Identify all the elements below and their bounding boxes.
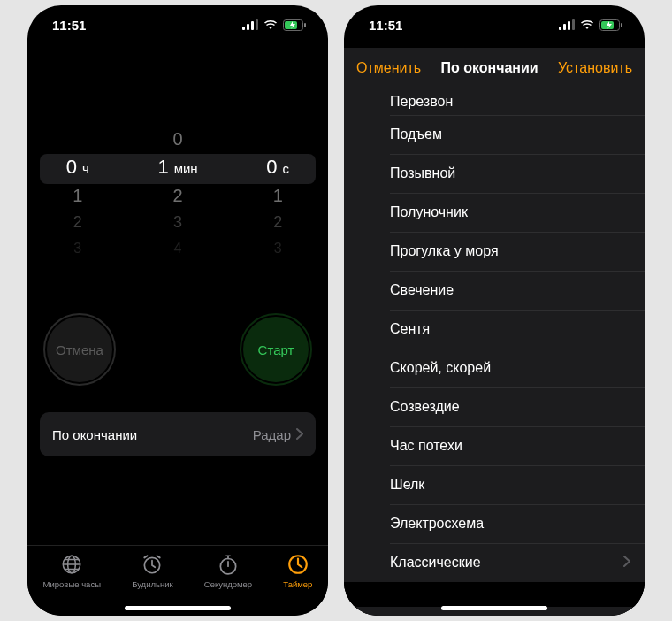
sound-option[interactable]: Позывной [344,154,645,193]
phone-sound-picker: 11:51 Отменить По окончании Установить П… [344,5,645,616]
sound-option[interactable]: Сентя [344,310,645,349]
duration-picker[interactable]: 0ч 1 2 3 0 1мин 2 3 4 0с 1 2 3 [27,124,328,265]
tab-world-clock[interactable]: Мировые часы [43,553,101,589]
picker-minutes[interactable]: 0 1мин 2 3 4 [127,124,227,265]
battery-icon [283,19,307,31]
sound-option[interactable]: Шелк [344,465,645,504]
sound-option[interactable]: Свечение [344,271,645,310]
alarm-icon [141,553,164,576]
timer-icon [286,553,309,576]
sound-option[interactable]: Электросхема [344,504,645,543]
tab-alarm[interactable]: Будильник [132,553,173,589]
tab-timer[interactable]: Таймер [283,553,312,589]
svg-rect-12 [559,27,561,30]
sound-option[interactable]: Прогулка у моря [344,232,645,271]
tab-bar: Мировые часы Будильник Секундомер Таймер [27,545,328,616]
sound-list: ПерезвонПодъемПозывнойПолуночникПрогулка… [344,88,645,582]
battery-icon [599,19,623,31]
status-bar: 11:51 [344,5,645,44]
chevron-right-icon [623,555,630,571]
svg-rect-14 [568,21,570,30]
tab-stopwatch[interactable]: Секундомер [204,553,252,589]
svg-rect-1 [247,24,249,30]
status-icons [242,19,307,31]
start-button[interactable]: Старт [243,317,309,382]
when-ends-label: По окончании [52,427,137,442]
sound-option[interactable]: Полуночник [344,193,645,232]
wifi-icon [580,19,594,30]
cellular-icon [559,19,575,30]
cellular-icon [242,19,258,30]
picker-hours[interactable]: 0ч 1 2 3 [27,124,127,265]
cancel-button[interactable]: Отмена [47,317,112,382]
svg-rect-2 [251,21,254,30]
sheet-set[interactable]: Установить [558,60,632,76]
status-icons [559,19,623,31]
svg-rect-18 [621,23,622,27]
sound-option[interactable]: Час потехи [344,426,645,465]
sheet-cancel[interactable]: Отменить [356,60,421,76]
home-indicator[interactable] [125,606,231,610]
svg-rect-6 [304,23,306,27]
svg-rect-3 [256,19,258,30]
svg-rect-0 [242,27,245,30]
wifi-icon [263,19,278,30]
sound-option[interactable]: Созвездие [344,387,645,426]
stopwatch-icon [217,553,240,576]
status-time: 11:51 [369,18,402,33]
status-time: 11:51 [52,18,86,33]
when-timer-ends-row[interactable]: По окончании Радар [40,412,316,456]
phone-timer: 11:51 0ч 1 2 3 0 1мин 2 [27,5,328,616]
svg-rect-13 [563,24,566,30]
sound-option[interactable]: Подъем [344,115,645,154]
status-bar: 11:51 [27,5,328,44]
when-ends-value: Радар [253,427,291,442]
sound-classic-row[interactable]: Классические [344,543,645,582]
sound-option[interactable]: Перезвон [344,88,645,115]
picker-seconds[interactable]: 0с 1 2 3 [228,124,328,265]
sound-option[interactable]: Скорей, скорей [344,349,645,387]
sheet-header: Отменить По окончании Установить [344,48,645,88]
sheet-title: По окончании [440,60,538,76]
globe-icon [60,553,83,576]
svg-rect-15 [572,19,575,30]
home-indicator[interactable] [441,606,547,610]
chevron-right-icon [296,427,303,442]
